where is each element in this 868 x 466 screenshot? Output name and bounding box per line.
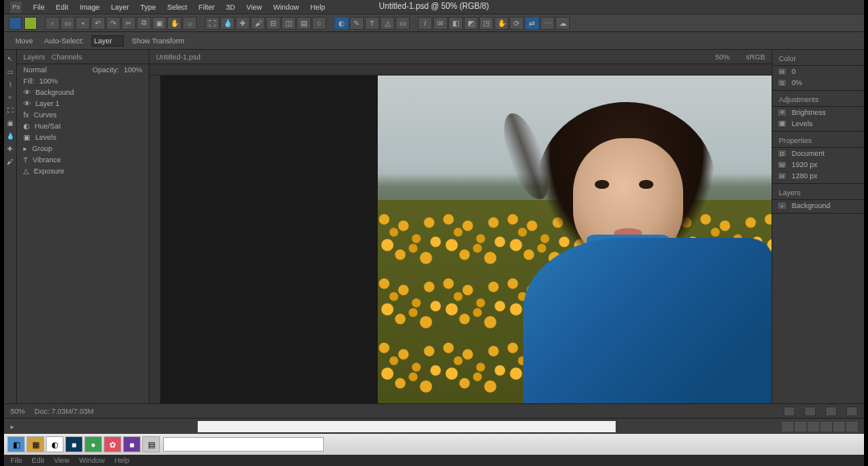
status-icon-4[interactable]: [846, 407, 858, 416]
tool-grad-icon[interactable]: ▤: [297, 17, 311, 30]
tool-undo-icon[interactable]: ↶: [91, 17, 105, 30]
layer-row[interactable]: ▣Levels: [17, 132, 149, 143]
fill-value[interactable]: 100%: [39, 77, 58, 85]
vtool-wand-icon[interactable]: ✧: [4, 92, 16, 103]
taskbar-app-3[interactable]: ◐: [46, 436, 63, 452]
menu-type[interactable]: Type: [141, 3, 157, 11]
bright-icon[interactable]: ☀: [777, 108, 787, 117]
layer-row[interactable]: 👁Background: [17, 87, 149, 98]
tool-paste-icon[interactable]: ▣: [152, 17, 166, 30]
tool-3d-icon[interactable]: ◳: [479, 17, 493, 30]
footer-icon-6[interactable]: [846, 422, 858, 431]
footer-icon-1[interactable]: [782, 422, 793, 431]
layer-row[interactable]: ▸Group: [17, 143, 149, 154]
ruler-vertical[interactable]: [149, 76, 161, 403]
vtool-brush-icon[interactable]: 🖌: [4, 156, 16, 167]
options-auto-select[interactable]: [92, 35, 124, 47]
menu-help[interactable]: Help: [310, 3, 326, 11]
levels-icon[interactable]: ▦: [777, 120, 787, 128]
layer-row[interactable]: fxCurves: [17, 109, 149, 121]
vtool-crop-icon[interactable]: ⛶: [4, 104, 16, 116]
levels-label[interactable]: Levels: [792, 120, 813, 128]
layer-row[interactable]: ◐Hue/Sat: [17, 121, 149, 132]
opacity-value[interactable]: 100%: [124, 66, 142, 74]
adj-icon[interactable]: ◐: [23, 122, 30, 130]
tool-text-icon[interactable]: T: [365, 17, 379, 30]
tool-new-icon[interactable]: ▫: [45, 17, 59, 30]
bottom-menu-help[interactable]: Help: [114, 456, 129, 464]
blend-mode-select[interactable]: Normal: [23, 66, 88, 74]
status-zoom[interactable]: 50%: [10, 407, 25, 415]
swatch-2-icon[interactable]: [24, 17, 37, 30]
bright-label[interactable]: Brightness: [792, 108, 826, 117]
tab-channels[interactable]: Channels: [51, 53, 82, 61]
group-icon[interactable]: ▸: [23, 145, 27, 153]
footer-icon-4[interactable]: [821, 422, 832, 431]
status-icon-3[interactable]: [825, 407, 837, 416]
menu-select[interactable]: Select: [167, 3, 187, 11]
fx-icon[interactable]: fx: [23, 111, 29, 119]
tab-adjust[interactable]: Adjustments: [779, 96, 819, 104]
vtool-eyedrop-icon[interactable]: 💧: [4, 130, 16, 141]
eye-icon[interactable]: 👁: [23, 88, 31, 96]
tool-open-icon[interactable]: ▭: [60, 17, 75, 30]
menu-layer[interactable]: Layer: [111, 3, 129, 11]
bottom-menu-file[interactable]: File: [10, 456, 23, 464]
tool-brush-icon[interactable]: 🖌: [251, 17, 265, 30]
tool-pen-icon[interactable]: ✎: [350, 17, 364, 30]
swatch-1-icon[interactable]: [9, 17, 22, 30]
bg-thumb-icon[interactable]: ▪: [777, 202, 787, 210]
footer-scrollbar[interactable]: [198, 421, 616, 432]
menu-3d[interactable]: 3D: [226, 3, 235, 11]
eye-icon[interactable]: 👁: [23, 100, 31, 108]
vtool-heal-icon[interactable]: ✚: [4, 143, 16, 154]
tool-more-icon[interactable]: ⋯: [540, 17, 555, 30]
tool-save-icon[interactable]: ▪: [76, 17, 90, 30]
tool-cloud-icon[interactable]: ☁: [555, 17, 570, 30]
tab-props[interactable]: Properties: [779, 137, 812, 145]
tool-eyedrop-icon[interactable]: 💧: [220, 17, 235, 30]
vtool-marquee-icon[interactable]: ▭: [4, 66, 16, 77]
canvas-viewport[interactable]: [149, 64, 772, 403]
footer-icon-2[interactable]: [795, 422, 806, 431]
menu-edit[interactable]: Edit: [56, 3, 69, 11]
menu-view[interactable]: View: [247, 3, 262, 11]
tab-layers-right[interactable]: Layers: [779, 189, 800, 197]
tool-copy-icon[interactable]: ⧉: [137, 17, 151, 30]
bottom-menu-view[interactable]: View: [54, 456, 69, 464]
text-icon[interactable]: T: [23, 156, 28, 164]
layer-row[interactable]: TVibrance: [17, 154, 149, 166]
tool-rotate-icon[interactable]: ⟳: [510, 17, 524, 30]
menu-image[interactable]: Image: [80, 3, 100, 11]
tool-zoom-icon[interactable]: ⌕: [182, 17, 197, 30]
tool-hand-icon[interactable]: ✋: [167, 17, 182, 30]
vtool-frame-icon[interactable]: ▣: [4, 117, 16, 129]
tool-color-icon[interactable]: ◧: [448, 17, 463, 30]
status-icon-2[interactable]: [805, 407, 816, 416]
tool-hand2-icon[interactable]: ✋: [494, 17, 509, 30]
tab-layers[interactable]: Layers: [23, 53, 45, 61]
taskbar-app-4[interactable]: ■: [65, 436, 83, 452]
tool-rect-icon[interactable]: ▭: [395, 17, 410, 30]
tool-heal-icon[interactable]: ✚: [235, 17, 250, 30]
taskbar-app-6[interactable]: ✿: [104, 436, 121, 452]
tab-color[interactable]: Color: [779, 55, 796, 63]
taskbar-app-7[interactable]: ■: [123, 436, 141, 452]
footer-icon-3[interactable]: [808, 422, 819, 431]
taskbar-search-input[interactable]: [163, 437, 324, 452]
layer-row[interactable]: △Exposure: [17, 166, 149, 177]
bg-layer-label[interactable]: Background: [792, 202, 830, 210]
menu-file[interactable]: File: [33, 3, 45, 11]
vtool-lasso-icon[interactable]: ⌇: [4, 79, 16, 90]
tool-cut-icon[interactable]: ✂: [121, 17, 136, 30]
tool-path-icon[interactable]: △: [380, 17, 395, 30]
tool-blur-icon[interactable]: ○: [312, 17, 326, 30]
vtool-move-icon[interactable]: ↖: [4, 53, 16, 64]
tool-crop-icon[interactable]: ⛶: [205, 17, 219, 30]
tool-stamp-icon[interactable]: ⊟: [266, 17, 280, 30]
taskbar-app-5[interactable]: ●: [84, 436, 102, 452]
ruler-horizontal[interactable]: [149, 64, 772, 76]
mask-icon[interactable]: ▣: [23, 133, 31, 141]
tool-swap-icon[interactable]: ⇄: [525, 17, 539, 30]
bottom-menu-edit[interactable]: Edit: [32, 456, 45, 464]
